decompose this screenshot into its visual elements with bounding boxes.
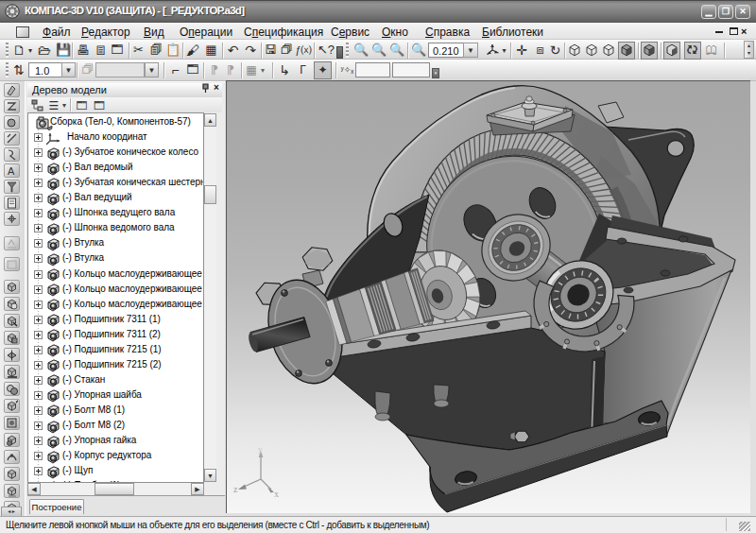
svg-text:x: x (274, 489, 279, 499)
svg-text:A: A (8, 165, 15, 177)
svg-text:z: z (233, 484, 238, 494)
svg-text:y: y (258, 444, 263, 454)
